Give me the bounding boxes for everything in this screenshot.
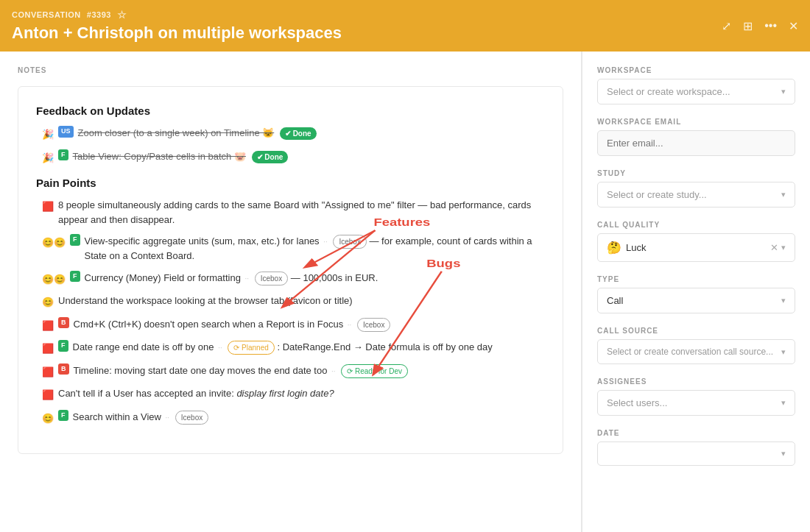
list-item: 😊😊 F View-specific aggregate units (sum,… (42, 234, 545, 263)
tag-f: F (70, 234, 80, 246)
emoji-icon: 😊 (42, 411, 54, 426)
type-select[interactable]: Call ▾ (597, 288, 795, 313)
section-title-pain: Pain Points (36, 177, 545, 189)
status-badge-planned: ⟳ Planned (228, 341, 274, 355)
date-label: DATE (597, 429, 795, 437)
red-sq-icon: 🟥 (42, 199, 54, 214)
workspace-placeholder: Select or create workspace... (607, 86, 730, 97)
red-sq-icon: 🟥 (42, 365, 54, 380)
more-icon[interactable]: ••• (764, 19, 777, 32)
call-source-placeholder: Select or create conversation call sourc… (607, 347, 773, 357)
type-label: TYPE (597, 275, 795, 283)
list-item: 😊 Understand the workspace looking at th… (42, 294, 545, 310)
workspace-email-input[interactable] (597, 130, 795, 156)
workspace-select[interactable]: Select or create workspace... ▾ (597, 79, 795, 104)
tag-f: F (58, 149, 68, 161)
emoji-icon: 🎉 (42, 151, 54, 166)
luck-text: Luck (626, 242, 646, 253)
pain-list: 🟥 8 people simultaneously adding cards t… (36, 198, 545, 425)
chevron-down-icon: ▾ (781, 449, 786, 458)
assignees-field: ASSIGNEES Select users... ▾ (597, 377, 795, 416)
list-item: 🎉 US Zoom closer (to a single week) on T… (42, 126, 545, 142)
emoji-icon: 😊😊 (42, 272, 66, 287)
call-quality-select[interactable]: 🤔 Luck ✕ ▾ (597, 233, 795, 262)
status-badge-icebox: Icebox (255, 272, 288, 285)
list-item: 🎉 F Table View: Copy/Paste cells in batc… (42, 149, 545, 166)
call-source-field: CALL SOURCE Select or create conversatio… (597, 327, 795, 364)
date-select[interactable]: ▾ (597, 441, 795, 466)
list-item: 🟥 B Timeline: moving start date one day … (42, 363, 545, 380)
call-quality-value: 🤔 Luck (607, 241, 646, 255)
status-badge-icebox: Icebox (357, 318, 390, 332)
emoji-icon: 🎉 (42, 127, 54, 142)
done-badge: ✔ Done (252, 151, 289, 163)
conversation-id: #3393 (87, 10, 111, 19)
star-icon[interactable]: ☆ (117, 9, 127, 21)
type-value: Call (607, 295, 623, 306)
date-field: DATE ▾ (597, 429, 795, 466)
call-quality-label: CALL QUALITY (597, 221, 795, 229)
right-panel: WORKSPACE Select or create workspace... … (582, 52, 810, 532)
red-sq-icon: 🟥 (42, 341, 54, 356)
done-badge: ✔ Done (280, 127, 317, 140)
chevron-down-icon: ▾ (781, 398, 786, 408)
main-content: NOTES Features Bugs (0, 52, 810, 532)
study-select[interactable]: Select or create study... ▾ (597, 182, 795, 208)
status-badge-ready: ⟳ Ready for Dev (341, 364, 408, 378)
call-source-select[interactable]: Select or create conversation call sourc… (597, 339, 795, 364)
luck-emoji-icon: 🤔 (607, 241, 621, 255)
chevron-down-icon: ▾ (781, 87, 786, 96)
workspace-label: WORKSPACE (597, 66, 795, 74)
chevron-down-icon: ▾ (781, 190, 786, 199)
close-icon[interactable]: ✕ (789, 19, 798, 33)
study-field: STUDY Select or create study... ▾ (597, 169, 795, 208)
header-meta: CONVERSATION #3393 ☆ (12, 9, 342, 21)
tag-f: F (58, 410, 68, 422)
tag-b: B (58, 363, 69, 375)
emoji-icon: 😊😊 (42, 235, 66, 250)
status-badge-icebox: Icebox (333, 235, 366, 249)
red-sq-icon: 🟥 (42, 388, 54, 402)
notes-content[interactable]: Features Bugs Feedback on Updates (18, 86, 563, 454)
type-field: TYPE Call ▾ (597, 275, 795, 313)
expand-icon[interactable]: ⤢ (722, 19, 731, 33)
study-label: STUDY (597, 169, 795, 177)
tag-us: US (58, 126, 74, 138)
assignees-label: ASSIGNEES (597, 377, 795, 386)
item-text: Table View: Copy/Paste cells in batch 🐷 … (73, 149, 289, 164)
status-badge-icebox: Icebox (175, 411, 208, 425)
list-item: 🟥 Can't tell if a User has accepted an i… (42, 386, 545, 402)
list-item: 😊😊 F Currency (Money) Field or formattin… (42, 271, 545, 287)
panel-icon[interactable]: ⊞ (743, 19, 753, 33)
feedback-list: 🎉 US Zoom closer (to a single week) on T… (36, 126, 545, 165)
workspace-email-label: WORKSPACE EMAIL (597, 118, 795, 126)
chevron-down-icon: ▾ (781, 296, 786, 305)
tag-f: F (70, 271, 80, 283)
conversation-label: CONVERSATION (12, 10, 81, 19)
list-item: 🟥 B Cmd+K (Ctrl+K) doesn't open search w… (42, 317, 545, 333)
header-left: CONVERSATION #3393 ☆ Anton + Christoph o… (12, 9, 342, 43)
section-title-feedback: Feedback on Updates (36, 104, 545, 117)
notes-label: NOTES (18, 66, 563, 74)
call-source-label: CALL SOURCE (597, 327, 795, 335)
list-item: 🟥 8 people simultaneously adding cards t… (42, 198, 545, 227)
tag-f: F (58, 340, 68, 352)
red-sq-icon: 🟥 (42, 319, 54, 333)
chevron-down-icon: ▾ (781, 347, 786, 357)
assignees-select[interactable]: Select users... ▾ (597, 390, 795, 416)
conversation-header: CONVERSATION #3393 ☆ Anton + Christoph o… (0, 0, 810, 52)
emoji-icon: 😊 (42, 295, 54, 310)
item-text: Zoom closer (to a single week) on Timeli… (78, 126, 317, 141)
list-item: 🟥 F Date range end date is off by one ··… (42, 340, 545, 356)
study-placeholder: Select or create study... (607, 189, 707, 200)
notes-panel: NOTES Features Bugs (0, 52, 582, 532)
conversation-title: Anton + Christoph on multiple workspaces (12, 24, 342, 43)
header-actions: ⤢ ⊞ ••• ✕ (722, 19, 798, 33)
workspace-email-field: WORKSPACE EMAIL (597, 118, 795, 156)
list-item: 😊 F Search within a View ·· Icebox (42, 410, 545, 426)
tag-b: B (58, 317, 69, 329)
assignees-placeholder: Select users... (607, 397, 667, 408)
call-quality-field: CALL QUALITY 🤔 Luck ✕ ▾ (597, 221, 795, 262)
workspace-field: WORKSPACE Select or create workspace... … (597, 66, 795, 104)
clear-icon[interactable]: ✕ (770, 242, 778, 253)
